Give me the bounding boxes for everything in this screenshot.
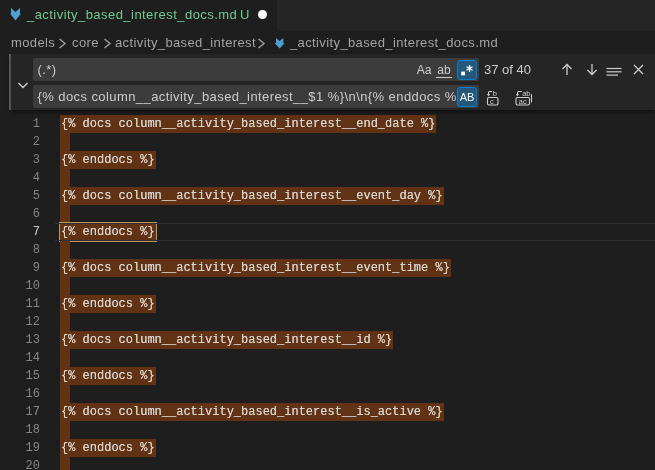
- svg-text:ac: ac: [519, 97, 527, 106]
- svg-text:c: c: [490, 97, 494, 106]
